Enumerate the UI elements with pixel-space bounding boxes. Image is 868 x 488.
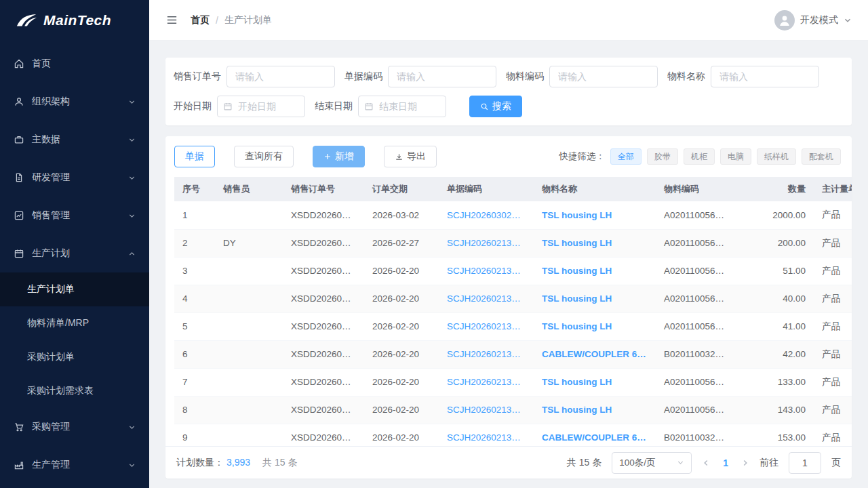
sidebar-item-home[interactable]: 首页 — [0, 45, 149, 83]
cell-material-name[interactable]: TSL housing LH — [534, 229, 656, 257]
sidebar-item-label: 首页 — [32, 58, 136, 70]
col-material-code: 物料编码 — [656, 177, 737, 201]
cell-material-name[interactable]: TSL housing LH — [534, 312, 656, 340]
start-date-input[interactable] — [217, 96, 305, 117]
add-button[interactable]: 新增 — [313, 146, 365, 167]
sidebar-item-master-data[interactable]: 主数据 — [0, 121, 149, 159]
sidebar-item-label: 采购管理 — [32, 421, 121, 433]
cell-due-date: 2026-02-20 — [364, 368, 439, 396]
page-size-select[interactable]: 100条/页 — [612, 452, 692, 474]
material-name-input[interactable] — [711, 66, 819, 87]
sidebar-item-rd[interactable]: 研发管理 — [0, 159, 149, 197]
submenu-item-bom-mrp[interactable]: 物料清单/MRP — [0, 306, 149, 340]
cell-qty: 200.00 — [737, 229, 814, 257]
material-code-input[interactable] — [549, 66, 658, 87]
table-row[interactable]: 2DYXSDD202602…2026-02-27SCJH20260213005-… — [174, 229, 852, 257]
submenu-item-production-plan-order[interactable]: 生产计划单 — [0, 272, 149, 306]
sidebar-item-production-plan[interactable]: 生产计划 — [0, 235, 149, 272]
table-row[interactable]: 7XSDD202602…2026-02-20SCJH20260213002-TS… — [174, 368, 852, 396]
table-scroll-area[interactable]: 序号 销售员 销售订单号 订单交期 单据编码 物料名称 物料编码 数量 主计量单… — [165, 177, 852, 446]
chip-all[interactable]: 全部 — [610, 148, 642, 165]
cell-qty: 133.00 — [737, 368, 814, 396]
breadcrumb-home[interactable]: 首页 — [191, 14, 210, 26]
cell-qty: 51.00 — [737, 257, 814, 285]
cell-seq: 2 — [174, 229, 215, 257]
plan-quantity-summary: 计划数量：3,993共 15 条 — [176, 457, 297, 469]
cell-doc-no[interactable]: SCJH20260213002- — [439, 368, 534, 396]
chip-computer[interactable]: 电脑 — [720, 148, 751, 165]
sidebar-item-sales[interactable]: 销售管理 — [0, 197, 149, 235]
next-page-icon[interactable] — [741, 459, 749, 467]
cell-order-no: XSDD202602… — [283, 424, 364, 446]
calendar-icon — [14, 248, 24, 259]
query-all-button[interactable]: 查询所有 — [234, 146, 294, 167]
cell-material-name[interactable]: TSL housing LH — [534, 201, 656, 229]
col-material-name: 物料名称 — [534, 177, 656, 201]
goto-page-input[interactable] — [789, 452, 821, 474]
cell-material-name[interactable]: TSL housing LH — [534, 285, 656, 312]
search-button[interactable]: 搜索 — [469, 96, 522, 117]
cell-doc-no[interactable]: SCJH20260213004- — [439, 257, 534, 285]
goto-page-suffix: 页 — [831, 457, 841, 469]
cell-doc-no[interactable]: SCJH20260213005- — [439, 229, 534, 257]
cell-material-code: B020110032… — [656, 424, 737, 446]
table-row[interactable]: 5XSDD202602…2026-02-20SCJH20260213003-TS… — [174, 312, 852, 340]
prev-page-icon[interactable] — [702, 459, 710, 467]
cell-material-name[interactable]: TSL housing LH — [534, 368, 656, 396]
chip-paper-machine[interactable]: 纸样机 — [757, 148, 796, 165]
cell-material-name[interactable]: CABLEW/COUPLER 6 HE — [534, 424, 656, 446]
chip-kit-machine[interactable]: 配套机 — [802, 148, 841, 165]
table-row[interactable]: 1XSDD202603…2026-03-02SCJH20260302001-TS… — [174, 201, 852, 229]
sidebar-item-manufacturing[interactable]: 生产管理 — [0, 446, 149, 484]
chip-tape[interactable]: 胶带 — [647, 148, 678, 165]
home-icon — [14, 58, 24, 69]
cell-doc-no[interactable]: SCJH20260213003- — [439, 285, 534, 312]
chip-cabinet[interactable]: 机柜 — [684, 148, 715, 165]
cell-order-no: XSDD202602… — [283, 312, 364, 340]
menu-fold-icon[interactable] — [165, 14, 178, 26]
table-row[interactable]: 4XSDD202602…2026-02-20SCJH20260213003-TS… — [174, 285, 852, 312]
user-menu[interactable]: 开发模式 — [774, 10, 852, 30]
sidebar-item-org[interactable]: 组织架构 — [0, 83, 149, 121]
submenu-item-label: 生产计划单 — [27, 283, 75, 296]
briefcase-icon — [14, 134, 24, 145]
col-sales-order-no: 销售订单号 — [283, 177, 364, 201]
export-button[interactable]: 导出 — [384, 146, 437, 167]
cell-material-code: A020110056… — [656, 368, 737, 396]
document-button[interactable]: 单据 — [174, 146, 215, 167]
cell-unit: 产品 — [814, 312, 852, 340]
chevron-down-icon — [128, 462, 136, 469]
user-mode-label: 开发模式 — [800, 14, 838, 26]
end-date-input[interactable] — [358, 96, 446, 117]
cell-doc-no[interactable]: SCJH20260213002- — [439, 424, 534, 446]
submenu-item-purchase-plan[interactable]: 采购计划单 — [0, 340, 149, 374]
cell-doc-no[interactable]: SCJH20260213003- — [439, 340, 534, 368]
page-number[interactable]: 1 — [720, 458, 731, 468]
table-row[interactable]: 9XSDD202602…2026-02-20SCJH20260213002-CA… — [174, 424, 852, 446]
cell-material-name[interactable]: TSL housing LH — [534, 257, 656, 285]
doc-code-input[interactable] — [388, 66, 496, 87]
cell-doc-no[interactable]: SCJH20260302001- — [439, 201, 534, 229]
sidebar-item-label: 销售管理 — [32, 209, 121, 222]
user-icon — [14, 96, 24, 107]
table-row[interactable]: 8XSDD202602…2026-02-20SCJH20260213002-TS… — [174, 396, 852, 424]
add-button-label: 新增 — [335, 150, 354, 163]
cart-icon — [14, 422, 24, 432]
cell-material-code: A020110056… — [656, 201, 737, 229]
document-icon — [14, 172, 24, 183]
cell-salesperson: DY — [215, 229, 283, 257]
chevron-down-icon — [677, 459, 684, 466]
logo-icon — [15, 12, 38, 28]
search-icon — [480, 102, 489, 111]
table-row[interactable]: 6XSDD202602…2026-02-20SCJH20260213003-CA… — [174, 340, 852, 368]
cell-doc-no[interactable]: SCJH20260213002- — [439, 396, 534, 424]
sales-order-no-input[interactable] — [226, 66, 335, 87]
cell-material-name[interactable]: CABLEW/COUPLER 6 HE — [534, 340, 656, 368]
sidebar-item-procurement[interactable]: 采购管理 — [0, 408, 149, 446]
cell-doc-no[interactable]: SCJH20260213003- — [439, 312, 534, 340]
cell-material-name[interactable]: TSL housing LH — [534, 396, 656, 424]
table-row[interactable]: 3XSDD202602…2026-02-20SCJH20260213004-TS… — [174, 257, 852, 285]
document-button-label: 单据 — [185, 150, 204, 163]
cell-salesperson — [215, 285, 283, 312]
submenu-item-purchase-plan-demand[interactable]: 采购计划需求表 — [0, 374, 149, 408]
